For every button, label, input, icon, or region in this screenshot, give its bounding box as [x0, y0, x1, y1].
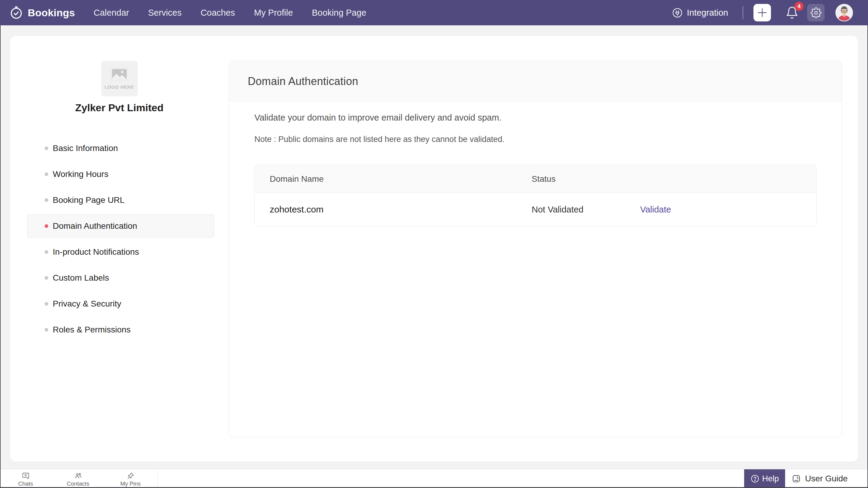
logo-placeholder-label: LOGO HERE — [104, 84, 134, 90]
contacts-icon — [74, 472, 82, 480]
nav-services[interactable]: Services — [148, 8, 181, 18]
my-pins-label: My Pins — [120, 481, 141, 487]
company-logo-placeholder[interactable]: LOGO HERE — [101, 61, 138, 96]
domains-table: Domain Name Status zohotest.com Not Vali… — [254, 165, 816, 226]
menu-item-in-product-notifications[interactable]: In-product Notifications — [27, 240, 214, 264]
bullet-dot — [44, 199, 48, 202]
domains-table-header: Domain Name Status — [255, 165, 816, 193]
user-guide-icon — [792, 474, 801, 483]
plus-icon — [756, 7, 768, 19]
bottom-utility-bar: Chats Contacts My Pins Help — [0, 469, 868, 488]
brand-name: Bookings — [28, 7, 75, 19]
validate-link[interactable]: Validate — [640, 205, 816, 215]
column-status: Status — [532, 174, 640, 184]
menu-item-domain-authentication[interactable]: Domain Authentication — [27, 214, 214, 238]
column-domain-name: Domain Name — [270, 174, 532, 184]
settings-menu: Basic Information Working Hours Booking … — [27, 136, 214, 344]
notifications-button[interactable]: 4 — [785, 5, 799, 20]
table-row: zohotest.com Not Validated Validate — [255, 193, 816, 226]
panel-note: Note : Public domains are not listed her… — [254, 135, 816, 144]
bullet-dot — [44, 250, 48, 254]
help-button[interactable]: Help — [744, 469, 785, 488]
chats-icon — [22, 472, 30, 480]
image-placeholder-icon — [111, 68, 128, 82]
menu-item-privacy-security[interactable]: Privacy & Security — [27, 292, 214, 315]
integration-plug-icon — [672, 7, 683, 19]
settings-button[interactable] — [807, 4, 825, 22]
nav-my-profile[interactable]: My Profile — [254, 8, 293, 18]
contacts-button[interactable]: Contacts — [60, 469, 96, 488]
user-guide-button[interactable]: User Guide — [785, 469, 868, 488]
app-brand[interactable]: Bookings — [9, 5, 75, 20]
company-name: Zylker Pvt Limited — [10, 102, 229, 114]
bottom-bar-divider — [157, 469, 158, 488]
pin-icon — [127, 472, 135, 480]
help-label: Help — [762, 474, 779, 484]
chats-label: Chats — [18, 481, 33, 487]
bullet-dot — [44, 173, 48, 176]
contacts-label: Contacts — [67, 481, 90, 487]
top-navigation-bar: Bookings Calendar Services Coaches My Pr… — [0, 0, 868, 25]
my-pins-button[interactable]: My Pins — [113, 469, 148, 488]
help-question-icon — [750, 474, 760, 483]
bullet-dot — [44, 276, 48, 280]
nav-coaches[interactable]: Coaches — [200, 8, 235, 18]
nav-calendar[interactable]: Calendar — [94, 8, 129, 18]
bullet-dot — [44, 147, 48, 150]
menu-item-basic-information[interactable]: Basic Information — [27, 136, 214, 160]
chats-button[interactable]: Chats — [8, 469, 43, 488]
panel-header: Domain Authentication — [229, 61, 842, 101]
settings-content-card: LOGO HERE Zylker Pvt Limited Basic Infor… — [10, 36, 858, 462]
bottom-widgets: Chats Contacts My Pins — [8, 469, 165, 488]
bullet-dot — [44, 328, 48, 332]
bullet-dot-active — [44, 224, 48, 228]
settings-sidebar: LOGO HERE Zylker Pvt Limited Basic Infor… — [10, 36, 229, 114]
gear-icon — [810, 7, 822, 19]
nav-booking-page[interactable]: Booking Page — [312, 8, 367, 18]
domain-name-cell: zohotest.com — [270, 204, 532, 215]
menu-item-custom-labels[interactable]: Custom Labels — [27, 266, 214, 289]
notification-count-badge: 4 — [795, 2, 804, 11]
window-edge-left — [0, 25, 1, 488]
menu-item-working-hours[interactable]: Working Hours — [27, 162, 214, 186]
integration-button[interactable]: Integration — [672, 7, 728, 19]
user-guide-label: User Guide — [805, 474, 848, 484]
bookings-logo-icon — [9, 5, 24, 20]
status-cell: Not Validated — [532, 205, 640, 215]
user-avatar[interactable] — [835, 4, 853, 22]
bullet-dot — [44, 302, 48, 306]
avatar-illustration — [836, 4, 852, 21]
menu-item-booking-page-url[interactable]: Booking Page URL — [27, 188, 214, 212]
panel-description: Validate your domain to improve email de… — [254, 113, 816, 123]
panel-title: Domain Authentication — [248, 75, 358, 88]
add-button[interactable] — [753, 4, 771, 22]
integration-label: Integration — [687, 8, 728, 18]
menu-item-roles-permissions[interactable]: Roles & Permissions — [27, 318, 214, 341]
domain-authentication-panel: Domain Authentication Validate your doma… — [229, 61, 842, 437]
main-nav: Calendar Services Coaches My Profile Boo… — [94, 8, 367, 18]
topbar-separator — [743, 6, 743, 19]
panel-body: Validate your domain to improve email de… — [229, 113, 842, 226]
